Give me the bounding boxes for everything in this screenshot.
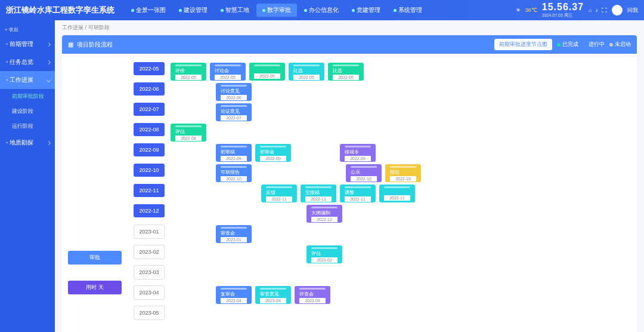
flow-node[interactable]: 评估2023-02 — [306, 245, 342, 263]
expand-icon[interactable]: ⛶ — [602, 7, 607, 13]
month-label: 2022-08 — [134, 123, 165, 136]
flow-node[interactable]: 讨论意见2022-06 — [216, 83, 252, 101]
timeline-row: 2023-02评估2023-02 — [134, 245, 631, 264]
timeline-row: 2022-09初审稿2022-09初审会2022-09移城令2022-09 — [134, 143, 631, 162]
sidebar: « 收起 ▫ 前期管理▫ 任务总览▫ 工作进展前期审批阶段建设阶段运行阶段▫ 地… — [0, 20, 55, 332]
weather-icon: ☀ — [516, 7, 521, 13]
month-label: 2023-01 — [134, 225, 165, 239]
month-label: 2022-11 — [134, 184, 165, 197]
sidebar-item[interactable]: ▫ 任务总览 — [0, 53, 55, 71]
app-header: 浙江镜岭水库工程数字孪生系统 全景一张图建设管理智慧工地数字审批办公信息化党建管… — [0, 0, 644, 20]
nav-办公信息化[interactable]: 办公信息化 — [298, 4, 345, 17]
flow-node[interactable]: 初审会2022-09 — [255, 144, 291, 162]
flow-node[interactable]: 交接稿2022-11 — [301, 185, 336, 202]
stage-button[interactable]: 前期审批进度节点图 — [494, 39, 552, 50]
timeline: 审批 用时 天 2022-05评价2022-05讨论会2022-05 2022-… — [62, 54, 637, 332]
flow-node[interactable]: 评价2022-05 — [171, 63, 206, 81]
header-icons: ⌂ ♪ ⛶ — [589, 7, 607, 13]
month-label: 2022-07 — [134, 103, 165, 116]
temperature: 36℃ — [525, 7, 537, 13]
header-right: ☀ 36℃ 15.56.37 2024.07.03 周三 ⌂ ♪ ⛶ 问我 — [516, 2, 638, 19]
month-label: 2023-02 — [134, 245, 165, 259]
month-label: 2023-04 — [134, 285, 165, 300]
top-nav: 全景一张图建设管理智慧工地数字审批办公信息化党建管理系统管理 — [125, 4, 516, 17]
nav-建设管理[interactable]: 建设管理 — [173, 4, 213, 17]
flow-node[interactable]: 调整2022-11 — [340, 185, 376, 202]
timeline-row: 2023-03 — [134, 265, 631, 284]
month-label: 2022-05 — [134, 62, 165, 75]
flow-node[interactable]: 2022-11 — [379, 185, 415, 202]
clock: 15.56.37 — [542, 2, 584, 13]
month-label: 2022-10 — [134, 164, 165, 177]
app-logo: 浙江镜岭水库工程数字孪生系统 — [6, 5, 114, 16]
month-label: 2023-03 — [134, 265, 165, 279]
flow-node[interactable]: 审查意见2023-04 — [255, 286, 291, 304]
timeline-row: 2022-08评估2022-08 — [134, 123, 631, 142]
nav-系统管理[interactable]: 系统管理 — [388, 4, 428, 17]
phase-block-duration: 用时 天 — [68, 281, 122, 294]
main-content: 工作进展 / 可研阶段 ▦ 项目阶段流程 前期审批进度节点图 已完成进行中未启动… — [55, 20, 644, 332]
panel-header: ▦ 项目阶段流程 前期审批进度节点图 已完成进行中未启动 — [62, 35, 637, 54]
flow-node[interactable]: 审查会2023-01 — [216, 225, 252, 243]
home-icon[interactable]: ⌂ — [589, 7, 592, 13]
nav-党建管理[interactable]: 党建管理 — [346, 4, 386, 17]
sidebar-item[interactable]: ▫ 工作进展 — [0, 71, 55, 89]
flow-node[interactable]: 反馈2022-11 — [261, 185, 297, 202]
month-label: 2022-09 — [134, 143, 165, 156]
legend-item: 进行中 — [583, 41, 605, 48]
timeline-panel: ▦ 项目阶段流程 前期审批进度节点图 已完成进行中未启动 审批 用时 天 202… — [62, 35, 637, 332]
month-label: 2022-12 — [134, 204, 165, 217]
timeline-row: 2023-05 — [134, 306, 631, 325]
breadcrumb: 工作进展 / 可研阶段 — [55, 20, 644, 35]
sidebar-sub[interactable]: 建设阶段 — [0, 104, 55, 119]
legend-item: 已完成 — [557, 41, 578, 48]
flow-node[interactable]: 比选2022-05 — [328, 63, 364, 81]
timeline-row: 2022-11反馈2022-11交接稿2022-11调整2022-11 2022… — [134, 184, 631, 203]
timeline-row: 2022-05评价2022-05讨论会2022-05 2022-05比选2022… — [134, 62, 631, 81]
flow-node[interactable]: 公示2022-10 — [346, 164, 382, 182]
panel-title: 项目阶段流程 — [77, 41, 113, 49]
timeline-row: 2022-06讨论意见2022-06 — [134, 82, 631, 102]
month-label: 2022-06 — [134, 82, 165, 96]
flow-node[interactable]: 论证意见2022-07 — [216, 103, 252, 121]
flow-node[interactable]: 评查会2023-04 — [295, 286, 330, 304]
flow-node[interactable]: 报批2022-10 — [385, 164, 421, 182]
timeline-row: 2022-10可研报告2022-10公示2022-10报批2022-10 — [134, 164, 631, 183]
flow-node[interactable]: 讨论会2022-05 — [210, 63, 246, 81]
date: 2024.07.03 周三 — [542, 13, 584, 19]
avatar[interactable] — [612, 5, 623, 16]
timeline-row: 2022-07论证意见2022-07 — [134, 103, 631, 122]
username[interactable]: 问我 — [627, 7, 638, 14]
flow-node[interactable]: 评估2022-08 — [171, 124, 206, 142]
sidebar-item[interactable]: ▫ 前期管理 — [0, 35, 55, 53]
flow-node[interactable]: 2022-05 — [249, 63, 285, 81]
bell-icon[interactable]: ♪ — [596, 7, 599, 13]
flow-node[interactable]: 比选2022-05 — [289, 63, 324, 81]
month-label: 2023-05 — [134, 306, 165, 320]
timeline-row: 2022-12大纲编制2022-12 — [134, 204, 631, 223]
timeline-row: 2023-01审查会2023-01 — [134, 225, 631, 244]
nav-数字审批[interactable]: 数字审批 — [256, 4, 297, 17]
flow-node[interactable]: 复审会2023-04 — [216, 286, 252, 304]
legend-item: 未启动 — [609, 41, 631, 48]
nav-智慧工地[interactable]: 智慧工地 — [215, 4, 255, 17]
sidebar-sub[interactable]: 前期审批阶段 — [0, 89, 55, 104]
nav-全景一张图[interactable]: 全景一张图 — [125, 4, 172, 17]
flow-node[interactable]: 大纲编制2022-12 — [306, 205, 342, 223]
sidebar-collapse[interactable]: « 收起 — [0, 24, 55, 35]
sidebar-item[interactable]: ▫ 地质勘探 — [0, 134, 55, 152]
timeline-row: 2023-04复审会2023-04审查意见2023-04评查会2023-04 — [134, 285, 631, 305]
phase-block-approval[interactable]: 审批 — [68, 251, 122, 265]
flow-node[interactable]: 初审稿2022-09 — [216, 144, 252, 162]
sidebar-sub[interactable]: 运行阶段 — [0, 119, 55, 134]
flow-node[interactable]: 移城令2022-09 — [340, 144, 376, 162]
panel-icon: ▦ — [68, 41, 73, 48]
flow-node[interactable]: 可研报告2022-10 — [216, 164, 252, 182]
